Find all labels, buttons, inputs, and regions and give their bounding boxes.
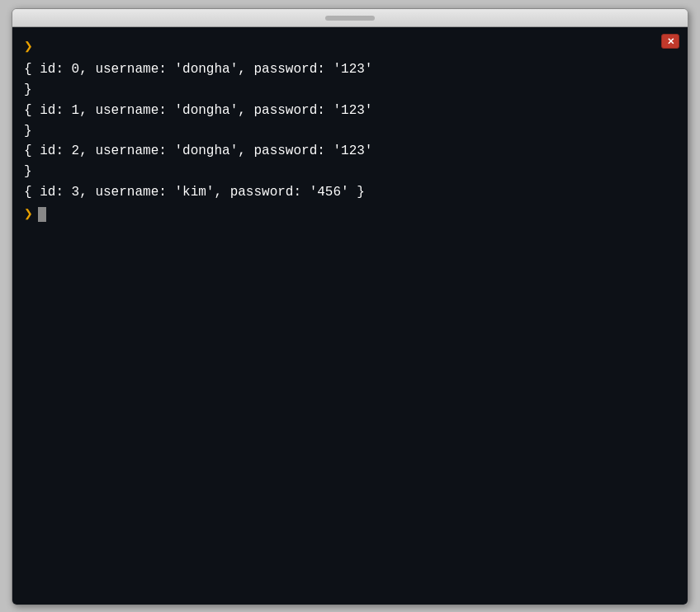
output-line-7: { id: 3, username: 'kim', password: '456… <box>24 182 676 203</box>
output-line-5: { id: 2, username: 'dongha', password: '… <box>24 141 676 162</box>
terminal-panel: ✕ ❯ { id: 0, username: 'dongha', passwor… <box>12 27 688 605</box>
last-prompt-line: ❯ <box>24 205 676 225</box>
terminal-cursor <box>38 207 46 222</box>
output-line-3: { id: 1, username: 'dongha', password: '… <box>24 101 676 121</box>
prompt-line-1: ❯ <box>24 37 676 58</box>
title-bar <box>12 9 688 27</box>
output-line-6: } <box>24 162 676 182</box>
output-line-2: } <box>24 80 676 101</box>
output-block: { id: 0, username: 'dongha', password: '… <box>24 59 676 203</box>
app-window: ✕ ❯ { id: 0, username: 'dongha', passwor… <box>12 8 688 605</box>
close-icon: ✕ <box>667 37 674 46</box>
output-line-1: { id: 0, username: 'dongha', password: '… <box>24 59 676 80</box>
output-line-4: } <box>24 121 676 142</box>
title-bar-handle <box>325 16 375 21</box>
close-button[interactable]: ✕ <box>661 34 679 49</box>
prompt-arrow-icon: ❯ <box>24 37 33 58</box>
last-prompt-arrow-icon: ❯ <box>24 205 33 225</box>
